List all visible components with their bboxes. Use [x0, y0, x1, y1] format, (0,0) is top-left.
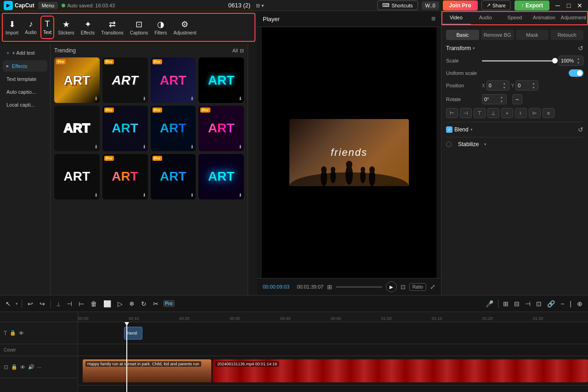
effect-card-11[interactable]: ART Pro ⬇ — [151, 154, 196, 199]
undo-button[interactable]: ↩ — [26, 299, 35, 308]
fit-timeline-button[interactable]: ⊕ — [575, 299, 584, 308]
scale-value-input[interactable]: 100% ▲ ▼ — [559, 56, 583, 66]
adjustment-tool[interactable]: ⚙ Adjustment — [170, 16, 199, 39]
play-button[interactable]: ▶ — [386, 281, 397, 292]
video-clip-2[interactable]: 202406131136.mp4 00:01:14:16 — [213, 359, 588, 382]
select-tool-button[interactable]: ↖ — [4, 299, 13, 308]
rotate-up-btn[interactable]: ▲ — [499, 95, 504, 99]
rotate-down-btn[interactable]: ▼ — [499, 99, 504, 103]
sub-tab-retouch[interactable]: Retouch — [550, 30, 583, 40]
menu-button[interactable]: Menu — [38, 2, 58, 9]
effect-card-2[interactable]: ART Pro ⬇ — [102, 57, 148, 103]
effect-card-12[interactable]: ART ⬇ — [198, 154, 244, 199]
align-center-v-button[interactable]: + — [501, 108, 513, 118]
add-track-button[interactable]: ⊞ — [501, 299, 510, 308]
effect-card-8[interactable]: ART Pro ⬇ — [198, 106, 244, 151]
effect-card-3[interactable]: ART Pro ⬇ — [151, 57, 196, 103]
delete-button[interactable]: 🗑 — [89, 299, 99, 308]
zoom-out-button[interactable]: − — [559, 299, 566, 308]
player-timeline-bar[interactable] — [336, 286, 382, 288]
track-split-button[interactable]: ⊣ — [523, 299, 532, 308]
x-up-btn[interactable]: ▲ — [502, 81, 507, 85]
select-dropdown-btn[interactable]: ▾ — [16, 301, 18, 306]
scale-down-btn[interactable]: ▼ — [576, 61, 581, 65]
effects-sidebar-item[interactable]: ▸ Effects — [3, 60, 47, 72]
link-button[interactable]: 🔗 — [545, 299, 557, 308]
scale-slider[interactable] — [482, 56, 555, 65]
stickers-tool[interactable]: ★ Stickers — [55, 16, 77, 39]
mirror-h-button[interactable]: ↔ — [512, 94, 522, 104]
crop-tl-button[interactable]: ✂ — [151, 299, 160, 308]
scale-up-btn[interactable]: ▲ — [576, 57, 581, 61]
export-button[interactable]: ↑ Export — [514, 0, 549, 11]
player-menu-icon[interactable]: ≡ — [431, 15, 435, 23]
local-captions-sidebar-item[interactable]: Local capti... — [3, 99, 47, 110]
effect-card-6[interactable]: ART Pro ⬇ — [102, 106, 148, 151]
blend-reset-button[interactable]: ↺ — [578, 126, 583, 133]
align-bottom-button[interactable]: ⊦ — [515, 108, 527, 118]
redo-button[interactable]: ↪ — [38, 299, 47, 308]
zoom-in-button[interactable]: | — [568, 299, 573, 308]
fullscreen-button[interactable]: ⤢ — [430, 283, 435, 290]
captions-tool[interactable]: ⊡ Captions — [127, 16, 151, 39]
share-button[interactable]: ↗ Share — [481, 0, 511, 10]
audio-tool[interactable]: ♪ Audio — [22, 16, 40, 39]
align-center-h-button[interactable]: ⊣ — [460, 108, 472, 118]
effect-card-1[interactable]: ART Pro ⬇ — [54, 57, 100, 103]
import-tool[interactable]: ⬇ Import — [3, 16, 21, 39]
tab-adjustment[interactable]: Adjustment — [559, 11, 588, 25]
y-down-btn[interactable]: ▼ — [531, 85, 536, 90]
align-top-button[interactable]: ⊥ — [487, 108, 499, 118]
align-bl-button[interactable]: ⊨ — [529, 108, 541, 118]
all-filter-button[interactable]: All ⊟ — [232, 48, 244, 54]
stabilize-checkbox[interactable] — [446, 142, 452, 147]
tab-video[interactable]: Video — [441, 11, 471, 25]
tab-animation[interactable]: Animation — [529, 11, 559, 25]
rotate-tl-button[interactable]: ↻ — [139, 299, 148, 308]
text-tool[interactable]: T Text — [40, 16, 54, 39]
y-up-btn[interactable]: ▲ — [531, 81, 536, 85]
effect-card-7[interactable]: ART Pro ⬇ — [151, 106, 196, 151]
tab-audio[interactable]: Audio — [471, 11, 500, 25]
filters-tool[interactable]: ◑ Filters — [152, 16, 170, 39]
effect-card-10[interactable]: ART Pro ⬇ — [102, 154, 148, 199]
workspace-button[interactable]: W..0 — [422, 1, 439, 10]
maximize-button[interactable]: □ — [564, 1, 573, 10]
position-x-input[interactable]: X 0 ▲ ▼ — [482, 80, 509, 91]
ai-button[interactable]: Pro — [163, 300, 175, 307]
freeze-button[interactable]: ❄ — [127, 299, 136, 308]
close-button[interactable]: ✕ — [575, 1, 584, 10]
x-down-btn[interactable]: ▼ — [502, 85, 507, 90]
sub-tab-basic[interactable]: Basic — [446, 30, 479, 40]
split-button[interactable]: ⊣ — [65, 299, 74, 308]
video-clip-1[interactable]: Happy family run at sunset in park. Chil… — [83, 359, 211, 382]
fit-to-frame-button[interactable]: ⊡ — [534, 299, 543, 308]
shortcuts-button[interactable]: ⌨ Shortcuts — [377, 0, 418, 10]
play-from-here-button[interactable]: ▷ — [116, 299, 124, 308]
grid-icon[interactable]: ⊞ — [327, 284, 332, 290]
ripple-trim-button[interactable]: ⊢ — [77, 299, 86, 308]
mic-button[interactable]: 🎤 — [484, 299, 495, 308]
transform-reset-button[interactable]: ↺ — [578, 45, 583, 52]
join-pro-button[interactable]: Join Pro — [443, 0, 478, 11]
sub-tab-remove-bg[interactable]: Remove BG — [481, 30, 514, 40]
effect-card-4[interactable]: ART ⬇ — [198, 57, 244, 103]
effect-card-5[interactable]: ART ⬇ — [54, 106, 100, 151]
effect-card-9[interactable]: ART ⬇ — [54, 154, 100, 199]
split-at-playhead-button[interactable]: ⟂ — [55, 299, 62, 308]
sub-tab-mask[interactable]: Mask — [516, 30, 549, 40]
crop-button[interactable]: ⬜ — [102, 299, 113, 308]
transitions-tool[interactable]: ⇄ Transitions — [98, 16, 126, 39]
position-y-input[interactable]: Y 0 ▲ ▼ — [511, 80, 539, 91]
align-br-button[interactable]: ≡ — [543, 108, 554, 118]
fit-icon[interactable]: ⊡ — [401, 284, 406, 290]
blend-checkbox[interactable]: ✓ — [446, 126, 452, 133]
tab-speed[interactable]: Speed — [500, 11, 530, 25]
auto-captions-sidebar-item[interactable]: Auto captio... — [3, 86, 47, 97]
ratio-button[interactable]: Ratio — [409, 283, 426, 291]
add-text-button[interactable]: + + Add text — [3, 47, 47, 58]
effects-tool[interactable]: ✦ Effects — [78, 16, 97, 39]
text-template-sidebar-item[interactable]: Text template — [3, 74, 47, 85]
minimize-button[interactable]: ─ — [553, 1, 562, 10]
rotate-value-input[interactable]: 0° ▲ ▼ — [482, 94, 507, 104]
